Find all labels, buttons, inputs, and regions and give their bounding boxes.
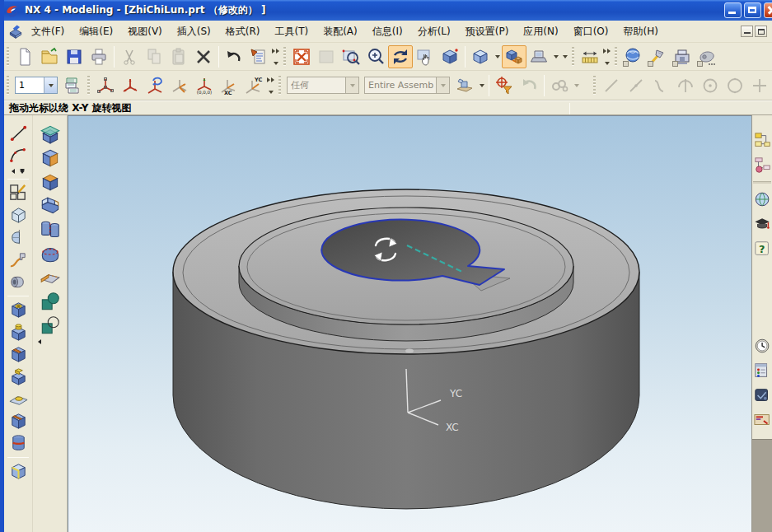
title-bar[interactable]: NX 4 - Modeling - [ZhiChiLun.prt （修改的） ] — [0, 0, 772, 21]
edge-blend-button[interactable] — [6, 460, 30, 483]
collapse-left-icon[interactable] — [38, 339, 41, 344]
sweep-button[interactable] — [6, 249, 30, 271]
measure-distance-button[interactable] — [578, 45, 602, 68]
rendering-style-button[interactable] — [502, 45, 526, 68]
combo-dropdown-icon[interactable] — [44, 77, 57, 93]
zoom-box-button[interactable] — [339, 45, 363, 68]
expand-more-icon[interactable] — [20, 169, 25, 174]
selection-priority-dropdown[interactable] — [477, 75, 486, 96]
extrude-button[interactable] — [6, 204, 30, 226]
menu-item-format[interactable]: 格式(R) — [218, 22, 268, 41]
toolbar-grip[interactable] — [278, 76, 281, 96]
menu-item-assemblies[interactable]: 装配(A) — [316, 22, 365, 41]
mdi-minimize-button[interactable] — [741, 26, 753, 37]
viewport-canvas[interactable]: YC XC — [68, 115, 751, 532]
copy-button[interactable] — [142, 45, 166, 68]
new-file-button[interactable] — [12, 45, 37, 68]
minimize-button[interactable] — [724, 2, 742, 18]
repeat-command-button[interactable] — [246, 45, 271, 68]
pocket-button[interactable] — [6, 343, 30, 366]
selection-priority-button[interactable] — [452, 74, 477, 97]
app-manufacturing-button[interactable] — [695, 45, 719, 68]
wcs-rotate-button[interactable] — [143, 74, 167, 97]
roadmap-tab[interactable] — [752, 409, 772, 431]
snap-end-point-button[interactable] — [599, 74, 624, 97]
slot-button[interactable] — [6, 410, 30, 432]
fit-view-button[interactable] — [289, 45, 314, 68]
subtract-button[interactable] — [36, 313, 64, 337]
snap-control-point-button[interactable] — [648, 74, 673, 97]
menu-item-preferences[interactable]: 预设置(P) — [458, 22, 517, 41]
menu-item-edit[interactable]: 编辑(E) — [72, 22, 120, 41]
undo-button[interactable] — [222, 45, 246, 68]
part-gear-blank[interactable] — [173, 189, 639, 509]
delete-button[interactable] — [191, 45, 216, 68]
toolbar-grip[interactable] — [572, 47, 574, 67]
menu-item-file[interactable]: 文件(F) — [24, 22, 72, 41]
menu-item-information[interactable]: 信息(I) — [365, 22, 410, 41]
work-layer-combo[interactable]: 1 — [15, 77, 58, 94]
orient-view-dropdown[interactable] — [493, 46, 502, 68]
view-toolbar-more[interactable] — [560, 46, 569, 68]
assembly-navigator-tab[interactable] — [752, 130, 772, 152]
close-button[interactable] — [764, 2, 772, 18]
print-button[interactable] — [87, 45, 111, 68]
boss-button[interactable] — [6, 321, 30, 343]
line-button[interactable] — [6, 122, 30, 144]
wcs-orient-button[interactable] — [167, 74, 192, 97]
layer-settings-button[interactable] — [60, 74, 85, 97]
zoom-placeholder-button[interactable] — [314, 45, 339, 68]
shaded-view-button[interactable] — [437, 45, 462, 68]
visualization-button[interactable] — [526, 45, 551, 68]
wcs-change-yc-button[interactable]: YC — [241, 74, 266, 97]
pad-button[interactable] — [6, 366, 30, 388]
snap-arc-center-button[interactable] — [698, 74, 723, 97]
help-tab[interactable]: ? — [752, 238, 772, 259]
snap-intersection-button[interactable] — [673, 74, 698, 97]
mdi-restore-button[interactable] — [755, 26, 767, 37]
revolve-button[interactable] — [6, 226, 30, 249]
trim-body-button[interactable] — [36, 241, 64, 265]
utility-overflow[interactable] — [602, 47, 612, 67]
menu-item-help[interactable]: 帮助(H) — [616, 22, 666, 41]
hole-button[interactable] — [6, 299, 30, 321]
visualization-tab[interactable] — [752, 385, 772, 406]
app-modeling-button[interactable] — [645, 45, 670, 68]
part-navigator-tab[interactable] — [752, 155, 772, 176]
paste-button[interactable] — [166, 45, 191, 68]
menu-item-analysis[interactable]: 分析(L) — [410, 22, 458, 41]
chain-dropdown[interactable] — [572, 75, 581, 96]
app-gateway-button[interactable] — [620, 45, 645, 68]
general-filter-button[interactable] — [492, 74, 517, 97]
type-filter-combo[interactable]: 任何 — [287, 77, 359, 94]
toolbar-overflow[interactable] — [271, 47, 281, 67]
toolbar-grip[interactable] — [283, 47, 286, 67]
trimmed-sheet-button[interactable] — [36, 265, 64, 289]
reset-filter-button[interactable] — [517, 74, 541, 97]
toolbar-grip[interactable] — [87, 76, 90, 96]
training-tab[interactable] — [752, 213, 772, 235]
menu-item-insert[interactable]: 插入(S) — [170, 22, 218, 41]
open-file-button[interactable] — [37, 45, 62, 68]
snap-quadrant-button[interactable] — [723, 74, 747, 97]
tube-button[interactable] — [6, 271, 30, 293]
groove-button[interactable] — [6, 432, 30, 455]
wcs-overflow[interactable] — [266, 76, 276, 96]
snap-mid-point-button[interactable] — [624, 74, 648, 97]
web-browser-tab[interactable] — [752, 189, 772, 210]
palettes-tab[interactable] — [752, 360, 772, 381]
orient-view-button[interactable] — [468, 45, 493, 68]
menu-item-view[interactable]: 视图(V) — [120, 22, 170, 41]
cut-button[interactable] — [117, 45, 142, 68]
block-button[interactable] — [36, 146, 64, 170]
menu-item-tools[interactable]: 工具(T) — [267, 22, 316, 41]
collapse-left-icon[interactable] — [12, 169, 15, 174]
maximize-button[interactable] — [744, 2, 761, 18]
toolbar-grip[interactable] — [7, 76, 9, 96]
toolbar-grip[interactable] — [593, 76, 596, 96]
menu-item-window[interactable]: 窗口(O) — [566, 22, 616, 41]
datum-plane-button[interactable] — [36, 122, 64, 146]
wcs-set-absolute-button[interactable]: (0,0,0) — [192, 74, 217, 97]
step-block-button[interactable] — [36, 194, 64, 217]
snap-point-button[interactable] — [747, 74, 772, 97]
